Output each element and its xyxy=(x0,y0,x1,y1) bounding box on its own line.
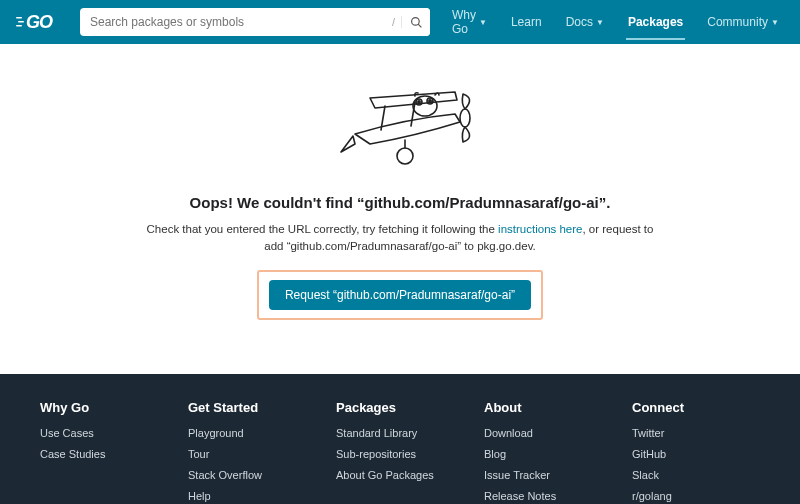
svg-point-8 xyxy=(460,109,470,127)
site-header: GO / Why Go▼ Learn Docs▼ Packages Commun… xyxy=(0,0,800,44)
svg-point-12 xyxy=(418,101,420,103)
svg-point-13 xyxy=(429,100,431,102)
footer-link[interactable]: Blog xyxy=(484,448,612,460)
footer-link[interactable]: About Go Packages xyxy=(336,469,464,481)
footer-link[interactable]: Playground xyxy=(188,427,316,439)
svg-line-5 xyxy=(418,24,421,27)
footer-link[interactable]: Download xyxy=(484,427,612,439)
request-highlight-box: Request “github.com/Pradumnasaraf/go-ai” xyxy=(257,270,543,320)
footer-link[interactable]: Release Notes xyxy=(484,490,612,502)
svg-rect-0 xyxy=(16,17,22,19)
nav-docs[interactable]: Docs▼ xyxy=(556,0,614,44)
nav-learn[interactable]: Learn xyxy=(501,0,552,44)
footer-link[interactable]: Sub-repositories xyxy=(336,448,464,460)
svg-text:GO: GO xyxy=(26,12,53,32)
footer-col: Why GoUse CasesCase Studies xyxy=(40,400,168,504)
chevron-down-icon: ▼ xyxy=(596,18,604,27)
gopher-pilot-illustration xyxy=(315,74,485,184)
footer-link[interactable]: Standard Library xyxy=(336,427,464,439)
go-logo[interactable]: GO xyxy=(16,12,68,32)
chevron-down-icon: ▼ xyxy=(771,18,779,27)
nav-label: Learn xyxy=(511,15,542,29)
not-found-content: Oops! We couldn't find “github.com/Pradu… xyxy=(0,44,800,374)
nav-why-go[interactable]: Why Go▼ xyxy=(442,0,497,44)
footer-link[interactable]: Case Studies xyxy=(40,448,168,460)
search-icon xyxy=(410,16,423,29)
search-button[interactable] xyxy=(402,8,430,36)
footer-col-title: Get Started xyxy=(188,400,316,415)
footer-link[interactable]: Twitter xyxy=(632,427,760,439)
svg-rect-1 xyxy=(18,21,24,23)
footer-col-title: About xyxy=(484,400,612,415)
footer-link[interactable]: GitHub xyxy=(632,448,760,460)
footer-link[interactable]: r/golang xyxy=(632,490,760,502)
nav-label: Why Go xyxy=(452,8,476,36)
footer-link[interactable]: Use Cases xyxy=(40,427,168,439)
footer-link[interactable]: Help xyxy=(188,490,316,502)
svg-rect-2 xyxy=(16,25,22,27)
footer-link[interactable]: Slack xyxy=(632,469,760,481)
top-nav: Why Go▼ Learn Docs▼ Packages Community▼ xyxy=(442,0,789,44)
footer-link[interactable]: Issue Tracker xyxy=(484,469,612,481)
footer-col: ConnectTwitterGitHubSlackr/golang xyxy=(632,400,760,504)
instructions-link[interactable]: instructions here xyxy=(498,223,582,235)
nav-packages[interactable]: Packages xyxy=(618,0,693,44)
search-input[interactable] xyxy=(80,15,386,29)
nav-label: Docs xyxy=(566,15,593,29)
footer-col: AboutDownloadBlogIssue TrackerRelease No… xyxy=(484,400,612,504)
nav-community[interactable]: Community▼ xyxy=(697,0,789,44)
footer-col-title: Why Go xyxy=(40,400,168,415)
chevron-down-icon: ▼ xyxy=(479,18,487,27)
not-found-subtext: Check that you entered the URL correctly… xyxy=(140,221,660,256)
footer-col: PackagesStandard LibrarySub-repositories… xyxy=(336,400,464,504)
footer-link[interactable]: Stack Overflow xyxy=(188,469,316,481)
search-box: / xyxy=(80,8,430,36)
svg-point-14 xyxy=(397,148,413,164)
footer-col-title: Packages xyxy=(336,400,464,415)
not-found-headline: Oops! We couldn't find “github.com/Pradu… xyxy=(190,194,611,211)
nav-label: Packages xyxy=(628,15,683,29)
footer-link[interactable]: Tour xyxy=(188,448,316,460)
nav-label: Community xyxy=(707,15,768,29)
svg-point-4 xyxy=(411,17,419,25)
svg-point-9 xyxy=(413,96,437,116)
site-footer: Why GoUse CasesCase StudiesGet StartedPl… xyxy=(0,374,800,504)
request-package-button[interactable]: Request “github.com/Pradumnasaraf/go-ai” xyxy=(269,280,531,310)
search-shortcut-hint: / xyxy=(386,16,402,28)
footer-col-title: Connect xyxy=(632,400,760,415)
footer-col: Get StartedPlaygroundTourStack OverflowH… xyxy=(188,400,316,504)
